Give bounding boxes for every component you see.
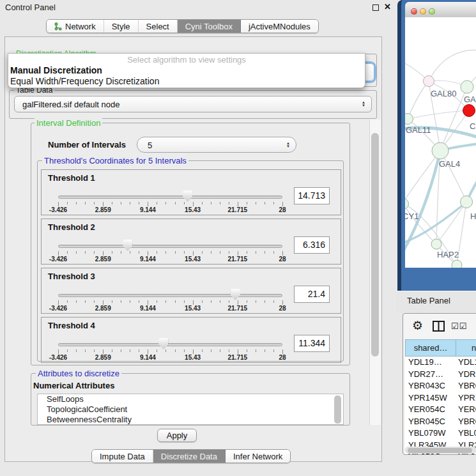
tick-mark [76,349,77,352]
network-node-bottom-node[interactable] [452,260,462,268]
tick-mark [94,349,95,352]
network-edge[interactable] [429,50,476,81]
network-node-HAP2[interactable] [431,239,441,249]
table-hscrollbar-thumb[interactable] [408,448,472,453]
tick-mark [273,300,274,303]
tab-impute-data[interactable]: Impute Data [92,450,153,463]
threshold-panel-2: Threshold 2-3.4262.8599.14415.4321.71528… [41,219,341,265]
network-node-GAL80[interactable] [424,76,434,87]
threshold-value-field[interactable]: 11.344 [294,335,330,352]
network-edge[interactable] [408,111,469,119]
attribute-list-item[interactable]: BetweennessCentrality [38,415,343,425]
num-intervals-value: 5 [148,140,152,150]
table-row[interactable]: YDR27…YDR2… [405,369,476,381]
network-canvas[interactable]: GAL80GACGAL11GAL4GCY1HHAP2 [405,17,476,268]
tick-mark [229,251,229,254]
tick-mark [265,300,265,303]
network-node-GCY1[interactable] [405,199,409,210]
table-row[interactable]: YBR043CYBR0… [405,380,476,392]
tick-mark [273,202,274,204]
tab-select[interactable]: Select [139,20,178,33]
network-window-titlebar[interactable] [405,2,476,17]
network-node-label: GCY1 [405,211,418,221]
main-scrollbar-thumb[interactable] [371,133,379,357]
tick-label: 15.43 [185,256,201,263]
network-node-right-H[interactable] [461,196,473,208]
table-data-combobox[interactable]: galFiltered.sif default node ▲▼ [14,96,372,112]
threshold-slider-track[interactable] [58,196,282,199]
tick-mark [165,300,166,303]
attribute-list-item[interactable]: SelfLoops [38,394,343,404]
table-panel-title: Table Panel [407,296,450,305]
table-row[interactable]: YBL079WYBL0… [405,427,476,440]
threshold-slider-track[interactable] [58,343,282,346]
gear-icon[interactable]: ⚙ [412,318,423,333]
tab-infer-network[interactable]: Infer Network [226,450,290,463]
table-cell: YBL0… [456,427,476,440]
list-scrollbar-thumb[interactable] [334,395,341,424]
threshold-slider-track[interactable] [58,245,282,248]
table-row[interactable]: YDL19…YDL1… [405,357,476,369]
tick-mark [184,349,185,352]
float-window-icon[interactable] [372,4,379,11]
num-intervals-combobox[interactable]: 5 ▲▼ [137,137,296,153]
checkbox-icons[interactable]: ☑☑ [451,321,467,331]
threshold-slider-thumb[interactable] [123,240,132,251]
tab-style[interactable]: Style [104,20,139,33]
tick-label: 2.859 [95,256,111,263]
network-node-GAL11[interactable] [405,114,413,125]
threshold-value-field[interactable]: 6.316 [294,236,330,254]
network-node-top-right[interactable] [461,81,473,93]
table-row[interactable]: YER054CYER0… [405,404,476,416]
column-header[interactable]: n… [456,339,476,357]
table-row[interactable]: YPR145WYPR1… [405,392,476,404]
network-node-label: C [470,121,475,131]
network-edge[interactable] [408,81,429,119]
apply-button[interactable]: Apply [157,429,197,442]
tab-network[interactable]: Network [47,20,104,33]
split-columns-icon[interactable] [433,321,445,332]
tab-jactivemnodules[interactable]: jActiveMNodules [241,20,318,33]
threshold-slider-thumb[interactable] [158,338,168,349]
tick-mark [157,300,157,303]
table-row[interactable]: YBR045CYBR0… [405,416,476,428]
tab-discretize-data[interactable]: Discretize Data [153,450,226,463]
threshold-slider-thumb[interactable] [183,190,192,202]
column-header[interactable]: shared… [405,339,456,357]
attribute-list-item[interactable]: TopologicalCoefficient [38,404,343,415]
close-icon[interactable]: ✕ [384,2,391,12]
tab-cyni-toolbox[interactable]: Cyni Toolbox [178,20,241,33]
algorithm-option[interactable]: Manual Discretization [10,65,102,75]
algorithm-placeholder: Select algorithm to view settings [8,55,365,65]
algorithm-option[interactable]: Equal Width/Frequency Discretization [10,76,159,86]
tick-mark [85,300,86,303]
network-node-red-node[interactable] [463,105,475,117]
tick-mark [58,251,59,256]
minimize-traffic-icon[interactable] [420,8,426,15]
threshold-slider-track[interactable] [58,294,282,297]
threshold-slider-thumb[interactable] [231,289,240,300]
tick-mark [139,251,139,254]
table-cell: YER054C [405,404,456,416]
tab-label: Impute Data [100,452,145,461]
tick-label: 2.859 [95,206,111,213]
threshold-label: Threshold 1 [48,173,95,183]
network-edge-thick[interactable] [405,204,464,245]
numerical-attributes-list[interactable]: SelfLoopsTopologicalCoefficientBetweenne… [37,394,344,425]
tick-mark [256,300,256,303]
tick-mark [76,202,77,204]
table-hscrollbar-track[interactable] [405,447,476,454]
close-traffic-icon[interactable] [411,8,417,15]
tick-mark [229,202,229,204]
zoom-traffic-icon[interactable] [429,8,435,15]
threshold-value-field[interactable]: 21.4 [294,286,330,303]
table-cell: YBR0… [456,380,476,392]
network-node-GAL4[interactable] [432,142,449,159]
thresholds-fieldset: Threshold 1-3.4262.8599.14415.4321.71528… [37,160,344,362]
tick-mark [220,251,220,254]
threshold-value-field[interactable]: 14.713 [294,187,330,204]
table-data-value: galFiltered.sif default node [22,100,119,109]
tick-mark [148,251,148,256]
tick-mark [165,202,166,204]
table-cell: YBR043C [405,380,456,392]
